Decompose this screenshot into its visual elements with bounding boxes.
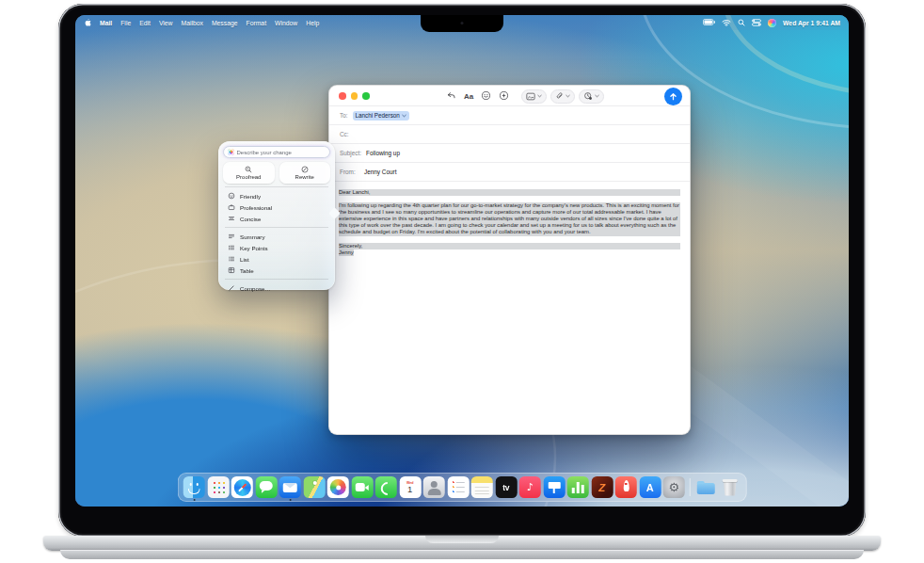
writing-tools-buttons: Proofread Rewrite (223, 162, 330, 184)
concise-lines-icon (228, 215, 235, 222)
proofread-button[interactable]: Proofread (223, 162, 275, 184)
send-button[interactable] (664, 88, 682, 105)
writing-tools-item-key-points[interactable]: Key Points (223, 242, 330, 253)
dock-icon-messages[interactable] (255, 476, 277, 498)
dock-icon-settings[interactable]: ⚙ (663, 476, 685, 498)
divider (225, 227, 328, 228)
dock-icon-rocket[interactable] (615, 476, 637, 498)
writing-tools-item-compose[interactable]: Compose… (223, 282, 330, 294)
menu-item-file[interactable]: File (120, 20, 131, 26)
dock-icon-zapp[interactable]: Z (591, 476, 613, 498)
battery-icon[interactable] (703, 19, 715, 26)
compose-toolbar-pills (521, 89, 604, 104)
rewrite-pencil-icon (301, 166, 309, 173)
minimize-window-button[interactable] (351, 92, 358, 100)
attach-file-button[interactable] (550, 89, 575, 104)
dock-icon-tv[interactable]: tv (495, 476, 517, 498)
window-controls (339, 92, 370, 100)
cc-label: Cc: (340, 131, 349, 137)
undo-icon[interactable] (446, 88, 456, 105)
tone-options: FriendlyProfessionalConcise (223, 190, 330, 224)
dock-icon-calendar[interactable]: Wed1 (399, 476, 421, 498)
compose-titlebar[interactable]: Aa (329, 86, 690, 106)
dock-icon-appstore[interactable]: A (639, 476, 661, 498)
chevron-down-icon (595, 94, 599, 98)
dock-icon-music[interactable]: ♪ (519, 476, 541, 498)
menu-item-mailbox[interactable]: Mailbox (182, 20, 203, 26)
dock-icon-launchpad[interactable] (207, 476, 229, 498)
control-center-icon[interactable] (752, 19, 761, 27)
dock-icon-downloads[interactable] (695, 476, 717, 498)
summary-icon (228, 233, 235, 240)
apple-menu-icon[interactable] (84, 18, 91, 27)
photo-browser-button[interactable] (521, 89, 547, 104)
menu-item-window[interactable]: Window (275, 20, 297, 26)
dock-icon-facetime[interactable] (351, 476, 373, 498)
camera-notch (421, 15, 503, 32)
macbook-hero: MailFileEditViewMailboxMessageFormatWind… (0, 0, 924, 563)
writing-tools-popover: Describe your change Proofread Rewrite F… (218, 141, 335, 290)
writing-tools-item-professional[interactable]: Professional (223, 201, 330, 213)
siri-icon[interactable] (768, 19, 776, 27)
cc-field[interactable]: Cc: (329, 125, 690, 144)
from-field[interactable]: From: Jenny Court (329, 163, 690, 182)
dock-icon-keynote[interactable] (543, 476, 565, 498)
smiley-icon (228, 192, 235, 200)
close-window-button[interactable] (339, 92, 346, 100)
to-field[interactable]: To: Lanchi Pederson (329, 106, 690, 125)
zoom-window-button[interactable] (362, 92, 370, 100)
writing-tools-item-list[interactable]: List (223, 253, 330, 265)
macbook-base (43, 536, 881, 551)
dock-icon-numbers[interactable] (567, 476, 589, 498)
dock-icon-photos[interactable] (327, 476, 349, 498)
apple-intelligence-orb-icon (228, 149, 234, 155)
wifi-icon[interactable] (722, 19, 731, 27)
message-body[interactable]: Dear Lanchi, I'm following up regarding … (329, 182, 690, 264)
subject-value: Following up (366, 150, 400, 156)
dock: Wed1tv♪ZA⚙ (178, 473, 747, 502)
dock-icon-notes[interactable] (471, 476, 493, 498)
to-recipient-pill[interactable]: Lanchi Pederson (353, 111, 409, 121)
chevron-down-icon (566, 94, 570, 98)
format-text-button[interactable]: Aa (464, 92, 473, 101)
send-later-icon (583, 91, 593, 101)
running-indicator (289, 499, 291, 501)
send-later-button[interactable] (579, 89, 604, 104)
body-signature: Jenny (339, 249, 354, 256)
emoji-icon[interactable] (481, 88, 491, 105)
menu-item-format[interactable]: Format (247, 20, 267, 26)
menu-item-help[interactable]: Help (306, 20, 319, 26)
rewrite-button[interactable]: Rewrite (279, 162, 331, 184)
dock-icon-safari[interactable] (231, 476, 253, 498)
menu-item-edit[interactable]: Edit (139, 20, 151, 26)
dock-icon-mail[interactable] (279, 476, 301, 498)
dock-icon-finder[interactable] (183, 476, 205, 498)
lid-scoop (425, 536, 499, 543)
body-greeting: Dear Lanchi, (339, 189, 680, 196)
body-paragraph: I'm following up regarding the 4th quart… (339, 202, 680, 235)
search-icon[interactable] (738, 19, 745, 27)
menu-item-message[interactable]: Message (212, 20, 238, 26)
describe-change-input[interactable]: Describe your change (223, 146, 330, 158)
format-options: SummaryKey PointsListTable (223, 231, 330, 276)
writing-tools-item-friendly[interactable]: Friendly (223, 190, 330, 201)
writing-tools-item-concise[interactable]: Concise (223, 213, 330, 224)
mail-compose-window: Aa (328, 85, 691, 435)
writing-tools-item-summary[interactable]: Summary (223, 231, 330, 242)
briefcase-icon (228, 203, 235, 211)
compose-toolbar: Aa (446, 89, 509, 103)
dock-icon-reminders[interactable] (447, 476, 469, 498)
menu-item-view[interactable]: View (159, 20, 173, 26)
apple-intelligence-icon[interactable] (499, 88, 509, 105)
dock-icon-phone[interactable] (375, 476, 397, 498)
divider (225, 186, 328, 187)
subject-field[interactable]: Subject: Following up (329, 144, 690, 163)
paperclip-icon (555, 91, 564, 101)
menu-item-mail[interactable]: Mail (100, 20, 112, 26)
writing-tools-item-table[interactable]: Table (223, 265, 330, 276)
dock-icon-contacts[interactable] (423, 476, 445, 498)
from-label: From: (340, 169, 363, 175)
dock-icon-trash[interactable] (719, 476, 741, 498)
dock-icon-maps[interactable] (303, 476, 325, 498)
menu-clock[interactable]: Wed Apr 1 9:41 AM (783, 20, 840, 26)
